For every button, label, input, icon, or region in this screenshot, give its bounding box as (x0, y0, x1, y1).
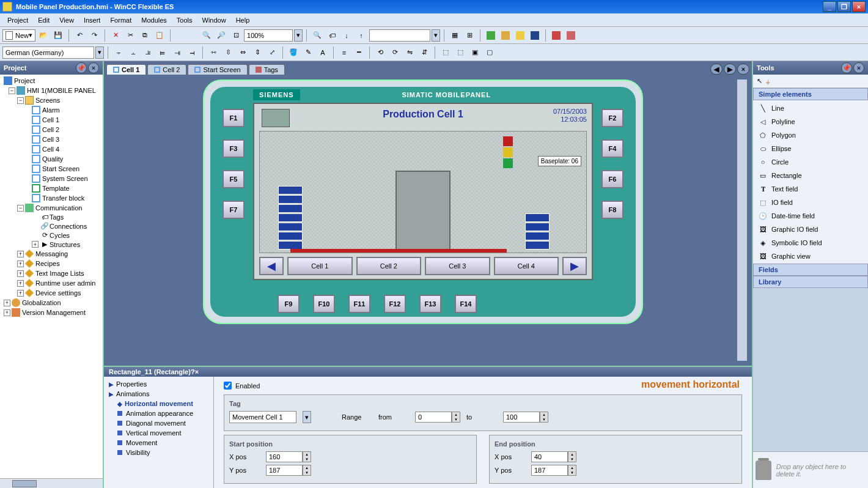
f8-button[interactable]: F8 (601, 201, 623, 219)
close-panel-icon[interactable]: × (88, 62, 99, 73)
tool-io-field[interactable]: ⬚IO field (754, 196, 867, 209)
cut-icon[interactable]: ✂ (123, 29, 137, 42)
canvas-vscroll[interactable] (737, 79, 747, 361)
find-input[interactable] (369, 29, 430, 42)
menu-view[interactable]: View (54, 15, 79, 25)
menu-edit[interactable]: Edit (33, 15, 54, 25)
f2-button[interactable]: F2 (601, 109, 623, 127)
nav-next-icon[interactable]: ▶ (562, 257, 587, 275)
find-dropdown[interactable]: ▾ (432, 29, 440, 42)
menu-format[interactable]: Format (105, 15, 136, 25)
f1-button[interactable]: F1 (223, 109, 245, 127)
front-icon[interactable]: ▣ (468, 46, 482, 59)
rotate-right-icon[interactable]: ⟳ (388, 46, 402, 59)
pt-animations[interactable]: ▶Animations (106, 389, 211, 399)
tab-cell-2[interactable]: Cell 2 (147, 64, 186, 75)
pt-visibility[interactable]: Visibility (106, 448, 211, 457)
hmi-screen[interactable]: Production Cell 1 07/15/200312:03:05 Bas… (253, 103, 593, 280)
pointer-tool-icon[interactable]: ↖ (757, 77, 762, 85)
ungroup-icon[interactable]: ⬚ (454, 46, 467, 59)
tab-cell-1[interactable]: Cell 1 (106, 64, 146, 75)
zoom-input[interactable] (244, 29, 293, 42)
align-mid-icon[interactable]: ⫣ (171, 46, 184, 59)
delete-icon[interactable]: ✕ (109, 29, 122, 42)
zoom-out-icon[interactable]: 🔎 (215, 29, 228, 42)
up-icon[interactable]: ↑ (355, 29, 368, 42)
flip-v-icon[interactable]: ⇵ (417, 46, 431, 59)
range-to-input[interactable] (503, 412, 540, 423)
tool-line[interactable]: ╲Line (754, 102, 867, 115)
dist-v-icon[interactable]: ⇳ (221, 46, 235, 59)
f7-button[interactable]: F7 (223, 201, 245, 219)
menu-tools[interactable]: Tools (172, 15, 197, 25)
tree-screen-cell-2[interactable]: Cell 2 (1, 125, 101, 135)
nav-cell1[interactable]: Cell 1 (287, 257, 353, 275)
size-w-icon[interactable]: ⇔ (236, 46, 249, 59)
find-icon[interactable]: 🔍 (311, 29, 324, 42)
f10-button[interactable]: F10 (313, 295, 335, 313)
tool-polyline[interactable]: ◁Polyline (754, 115, 867, 128)
delete-drop-zone[interactable]: Drop any object here to delete it. (753, 451, 868, 488)
props-pin-icon[interactable]: ? (191, 368, 195, 375)
paste-icon[interactable]: 📋 (153, 29, 166, 42)
tab-prev-icon[interactable]: ◀ (710, 64, 723, 75)
f14-button[interactable]: F14 (455, 295, 477, 313)
tree-screen-alarm[interactable]: Alarm (1, 105, 101, 115)
size-h-icon[interactable]: ⇕ (251, 46, 264, 59)
zoom-fit-icon[interactable]: ⊡ (229, 29, 243, 42)
pt-horizontal[interactable]: ◆Horizontal movement (106, 399, 211, 409)
undo-icon[interactable]: ↶ (73, 29, 86, 42)
pt-movement[interactable]: Movement (106, 438, 211, 448)
align-bot-icon[interactable]: ⫤ (185, 46, 199, 59)
tag-select[interactable] (229, 411, 296, 423)
tree-screen-transfer-block[interactable]: Transfer block (1, 193, 101, 203)
tree-runtime-user-admin[interactable]: +Runtime user admin (1, 278, 101, 288)
tree-screen-start-screen[interactable]: Start Screen (1, 164, 101, 174)
tree-screen-template[interactable]: Template (1, 183, 101, 193)
tab-start-screen[interactable]: Start Screen (188, 64, 247, 75)
down-icon[interactable]: ↓ (340, 29, 353, 42)
tree-comm-tags[interactable]: 🏷Tags (1, 213, 101, 221)
pen-icon[interactable]: ✎ (301, 46, 315, 59)
project-scrollbar[interactable] (0, 478, 103, 488)
fill-icon[interactable]: 🪣 (287, 46, 300, 59)
f3-button[interactable]: F3 (223, 139, 245, 158)
maximize-button[interactable]: ❐ (837, 1, 851, 12)
f5-button[interactable]: F5 (223, 170, 245, 188)
tree-comm-cycles[interactable]: ⟳Cycles (1, 231, 101, 240)
f4-button[interactable]: F4 (601, 139, 623, 158)
tree-screen-cell-3[interactable]: Cell 3 (1, 135, 101, 144)
nav-prev-icon[interactable]: ◀ (259, 257, 284, 275)
tree-comm-structures[interactable]: +▶Structures (1, 240, 101, 249)
pt-appearance[interactable]: Animation appearance (106, 409, 211, 418)
pt-vertical[interactable]: Vertical movement (106, 428, 211, 438)
tool-rectangle[interactable]: ▭Rectangle (754, 169, 867, 182)
line-weight-icon[interactable]: ━ (352, 46, 366, 59)
line-style-icon[interactable]: ≡ (337, 46, 351, 59)
pt-diagonal[interactable]: Diagonal movement (106, 418, 211, 428)
menu-project[interactable]: Project (2, 15, 33, 25)
end-x-input[interactable] (531, 451, 568, 462)
start-x-input[interactable] (266, 451, 303, 462)
menu-help[interactable]: Help (231, 15, 255, 25)
canvas[interactable]: SIEMENS SIMATIC MOBILEPANEL F1 F3 F5 F7 … (104, 75, 752, 366)
menu-window[interactable]: Window (197, 15, 231, 25)
tree-comm-connections[interactable]: 🔗Connections (1, 221, 101, 231)
table-icon[interactable]: ▦ (448, 29, 462, 42)
f6-button[interactable]: F6 (601, 170, 623, 188)
new-button[interactable]: New ▾ (2, 29, 35, 42)
open-icon[interactable]: 📂 (37, 29, 50, 42)
tool-ellipse[interactable]: ⬭Ellipse (754, 142, 867, 155)
align-right-icon[interactable]: ⫡ (141, 46, 155, 59)
category-simple[interactable]: Simple elements (753, 88, 868, 100)
tree-recipes[interactable]: +Recipes (1, 259, 101, 268)
tree-screen-cell-1[interactable]: Cell 1 (1, 115, 101, 125)
category-library[interactable]: Library (753, 276, 868, 288)
group-icon[interactable]: ⬚ (439, 46, 452, 59)
tree-version-mgmt[interactable]: +Version Management (1, 308, 101, 317)
tree-screen-system-screen[interactable]: System Screen (1, 174, 101, 183)
dist-h-icon[interactable]: ⇿ (207, 46, 220, 59)
zoom-in-icon[interactable]: 🔍 (200, 29, 213, 42)
pin-icon[interactable]: 📌 (76, 62, 87, 73)
menu-insert[interactable]: Insert (79, 15, 106, 25)
